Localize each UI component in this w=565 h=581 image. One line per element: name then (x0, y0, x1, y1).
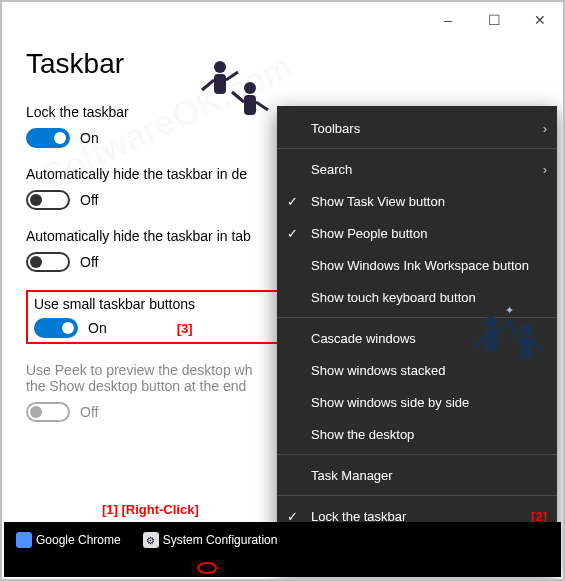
maximize-button[interactable]: ☐ (471, 2, 517, 38)
taskbar: Google Chrome ⚙System Configuration (4, 522, 561, 558)
toggle-state-label: Off (80, 254, 98, 270)
menu-label: Cascade windows (311, 331, 416, 346)
separator (277, 317, 557, 318)
menu-label: Show People button (311, 226, 427, 241)
menu-label: Show Task View button (311, 194, 445, 209)
taskbar-bottom (4, 558, 561, 577)
taskbar-item-label: Google Chrome (36, 533, 121, 547)
menu-item-cascade[interactable]: Cascade windows (277, 322, 557, 354)
separator (277, 148, 557, 149)
menu-label: Search (311, 162, 352, 177)
toggle-autohide-desktop[interactable] (26, 190, 70, 210)
menu-item-show-ink[interactable]: Show Windows Ink Workspace button (277, 249, 557, 281)
menu-label: Show windows side by side (311, 395, 469, 410)
annotation-3: [3] (177, 321, 193, 336)
toggle-state-label: Off (80, 404, 98, 420)
menu-label: Show the desktop (311, 427, 414, 442)
taskbar-item-sysconf[interactable]: ⚙System Configuration (137, 528, 284, 552)
annotation-click-marker (197, 562, 217, 574)
menu-item-search[interactable]: Search (277, 153, 557, 185)
separator (277, 495, 557, 496)
toggle-autohide-tablet[interactable] (26, 252, 70, 272)
toggle-lock-taskbar[interactable] (26, 128, 70, 148)
menu-item-show-task-view[interactable]: ✓Show Task View button (277, 185, 557, 217)
check-icon: ✓ (287, 226, 298, 241)
toggle-small-buttons[interactable] (34, 318, 78, 338)
menu-item-side-by-side[interactable]: Show windows side by side (277, 386, 557, 418)
close-button[interactable]: ✕ (517, 2, 563, 38)
menu-label: Task Manager (311, 468, 393, 483)
menu-item-show-people[interactable]: ✓Show People button (277, 217, 557, 249)
title-bar: – ☐ ✕ (2, 2, 563, 38)
check-icon: ✓ (287, 194, 298, 209)
menu-label: Show touch keyboard button (311, 290, 476, 305)
menu-label: Show windows stacked (311, 363, 445, 378)
menu-item-task-manager[interactable]: Task Manager (277, 459, 557, 491)
taskbar-item-chrome[interactable]: Google Chrome (10, 528, 127, 552)
toggle-state-label: Off (80, 192, 98, 208)
page-title: Taskbar (26, 48, 539, 80)
menu-item-stacked[interactable]: Show windows stacked (277, 354, 557, 386)
menu-item-show-touch-keyboard[interactable]: Show touch keyboard button (277, 281, 557, 313)
toggle-state-label: On (80, 130, 99, 146)
toggle-state-label: On (88, 320, 107, 336)
sysconfig-icon: ⚙ (143, 532, 159, 548)
chrome-icon (16, 532, 32, 548)
taskbar-item-label: System Configuration (163, 533, 278, 547)
toggle-peek (26, 402, 70, 422)
menu-item-toolbars[interactable]: Toolbars (277, 112, 557, 144)
separator (277, 454, 557, 455)
taskbar-context-menu: Toolbars Search ✓Show Task View button ✓… (277, 106, 557, 570)
menu-label: Show Windows Ink Workspace button (311, 258, 529, 273)
menu-label: Toolbars (311, 121, 360, 136)
minimize-button[interactable]: – (425, 2, 471, 38)
annotation-1: [1] [Right-Click] (102, 502, 199, 517)
menu-item-show-desktop[interactable]: Show the desktop (277, 418, 557, 450)
